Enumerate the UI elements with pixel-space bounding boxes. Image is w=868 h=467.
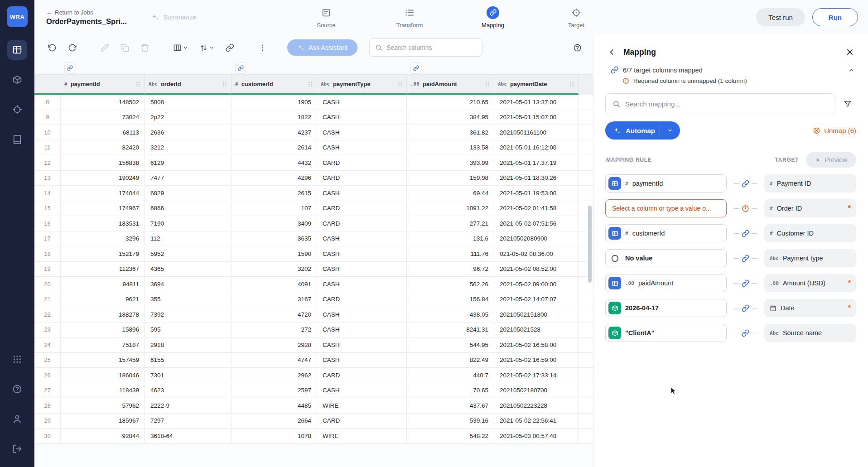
mapping-source[interactable]: #paymentId [605,174,727,193]
cell-paymentType[interactable]: CARD [317,414,407,428]
cell-paymentId[interactable]: 94811 [61,277,145,292]
columns-menu-button[interactable] [169,40,191,55]
cell-paymentId[interactable]: 82420 [61,140,145,155]
cell-paymentType[interactable]: CASH [317,383,407,398]
drag-handle-icon[interactable] [308,81,313,87]
search-mapping-input[interactable] [625,100,828,108]
cell-paymentDate[interactable]: 2021-05-01 15:07:00 [494,110,579,125]
mapping-target[interactable]: .00Amount (USD)* [764,274,856,292]
cell-paidAmount[interactable]: 1091.22 [407,201,494,216]
cell-paymentId[interactable]: 148502 [61,95,145,110]
cell-customerId[interactable]: 4296 [231,171,317,186]
cell-paymentDate[interactable]: 2021-05-03 00:57:48 [494,428,579,443]
cell-paymentDate[interactable]: 2021-05-02 07:51:56 [494,216,579,231]
unmap-button[interactable]: Unmap (6) [813,127,856,135]
panel-back-button[interactable] [607,48,616,57]
cell-paymentType[interactable]: CASH [317,186,407,201]
cell-paymentType[interactable]: CASH [317,353,407,368]
cell-paymentId[interactable]: 186046 [61,368,145,383]
chevron-down-icon[interactable] [665,128,675,133]
cell-paidAmount[interactable]: 548.22 [407,428,494,443]
cell-orderId[interactable]: 5952 [145,246,231,261]
cell-paidAmount[interactable]: 131.6 [407,231,494,246]
mapping-source[interactable]: 2026-04-17 [605,299,727,317]
drag-handle-icon[interactable] [135,81,141,87]
mapping-target[interactable]: #Payment ID [764,174,856,193]
cell-customerId[interactable]: 2664 [231,414,317,428]
cell-paidAmount[interactable]: 8241.31 [407,323,494,337]
sidebar-item-targets[interactable] [7,100,27,120]
cell-paidAmount[interactable]: 440.7 [407,368,494,383]
cell-paymentType[interactable]: CASH [317,110,407,125]
cell-paymentType[interactable]: CASH [317,337,407,352]
cell-paymentId[interactable]: 3296 [61,231,145,246]
cell-paidAmount[interactable]: 539.16 [407,414,494,428]
help-button[interactable] [569,40,585,55]
drag-handle-icon[interactable] [397,81,403,87]
cell-paymentId[interactable]: 73024 [61,110,145,125]
column-header-paymentType[interactable]: AbcpaymentType [317,75,407,95]
more-options-button[interactable] [255,40,270,55]
cell-paidAmount[interactable]: 133.58 [407,140,494,155]
cell-customerId[interactable]: 107 [231,201,317,216]
cell-customerId[interactable]: 4091 [231,277,317,292]
cell-customerId[interactable]: 4432 [231,155,317,170]
cell-paidAmount[interactable]: 393.99 [407,155,494,170]
tab-source[interactable]: Source [307,6,345,29]
cell-paidAmount[interactable]: 822.49 [407,353,494,368]
cell-paymentDate[interactable]: 2021-05-01 19:53:00 [494,186,579,201]
cell-paymentType[interactable]: CASH [317,95,407,110]
preview-button[interactable]: Preview [806,152,856,168]
mapping-source[interactable]: #customerId [605,224,727,242]
cell-paymentType[interactable]: CASH [317,307,407,322]
cell-paidAmount[interactable]: 210.65 [407,95,494,110]
cell-paymentDate[interactable]: 20210502151800 [494,307,579,322]
cell-paymentDate[interactable]: 2021-05-02 16:59:00 [494,353,579,368]
cell-paymentDate[interactable]: 2021-05-02 14:07:07 [494,292,579,307]
cell-orderId[interactable]: 355 [145,292,231,307]
cell-paymentDate[interactable]: 20210502223228 [494,398,579,413]
cell-customerId[interactable]: 2928 [231,337,317,352]
cell-orderId[interactable]: 3212 [145,140,231,155]
cell-paidAmount[interactable]: 111.76 [407,246,494,261]
ask-assistant-button[interactable]: Ask Assistant [287,39,357,56]
cell-orderId[interactable]: 7190 [145,216,231,231]
app-logo[interactable]: WRA [7,6,28,27]
cell-paymentType[interactable]: CARD [317,201,407,216]
cell-paidAmount[interactable]: 438.05 [407,307,494,322]
cell-paymentId[interactable]: 15896 [61,323,145,337]
cell-customerId[interactable]: 1078 [231,428,317,443]
cell-paymentId[interactable]: 118439 [61,383,145,398]
cell-paymentDate[interactable]: 2021-05-01 17:37:19 [494,155,579,170]
automap-button[interactable]: Automap [605,121,680,140]
redo-button[interactable] [64,40,80,55]
cell-paymentDate[interactable]: 2021-05-02 08:52:00 [494,262,579,277]
cell-paymentId[interactable]: 174967 [61,201,145,216]
cell-orderId[interactable]: 7392 [145,307,231,322]
cell-paymentDate[interactable]: 2021-05-02 09:00:00 [494,277,579,292]
cell-paymentDate[interactable]: 2021-05-01 16:12:00 [494,140,579,155]
mapping-target[interactable]: Date* [764,299,856,317]
cell-paymentType[interactable]: CASH [317,125,407,140]
mapping-target[interactable]: #Order ID* [764,199,856,217]
sidebar-item-logout[interactable] [7,439,27,459]
cell-orderId[interactable]: 6829 [145,186,231,201]
delete-button[interactable] [137,40,152,55]
cell-paidAmount[interactable]: 384.95 [407,110,494,125]
run-button[interactable]: Run [812,8,858,26]
cell-customerId[interactable]: 3202 [231,262,317,277]
cell-paymentDate[interactable]: 20210501161100 [494,125,579,140]
cell-customerId[interactable]: 4747 [231,353,317,368]
test-run-button[interactable]: Test run [756,8,805,26]
cell-orderId[interactable]: 5808 [145,95,231,110]
return-to-jobs-link[interactable]: ← Return to Jobs [46,9,127,16]
mapping-source[interactable]: No value [605,249,727,267]
cell-paymentType[interactable]: CASH [317,231,407,246]
cell-paymentId[interactable]: 9621 [61,292,145,307]
cell-paymentDate[interactable]: 202105021528 [494,323,579,337]
cell-paidAmount[interactable]: 159.98 [407,171,494,186]
drag-handle-icon[interactable] [485,81,490,87]
cell-orderId[interactable]: 7477 [145,171,231,186]
cell-paymentType[interactable]: WIRE [317,428,407,443]
cell-customerId[interactable]: 1590 [231,246,317,261]
